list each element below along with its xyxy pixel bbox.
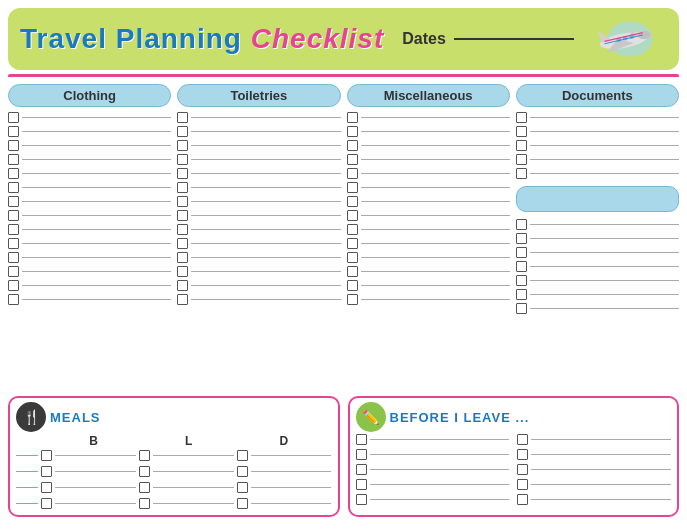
checkbox[interactable]	[347, 126, 358, 137]
clothing-list	[8, 112, 171, 394]
checkbox[interactable]	[237, 498, 248, 509]
checkbox[interactable]	[8, 126, 19, 137]
checkbox[interactable]	[139, 482, 150, 493]
list-item	[347, 126, 510, 137]
checkbox[interactable]	[516, 126, 527, 137]
checkbox[interactable]	[516, 219, 527, 230]
list-item	[177, 280, 340, 291]
list-item	[516, 112, 679, 123]
list-item	[347, 280, 510, 291]
meal-cell	[139, 482, 234, 493]
checkbox[interactable]	[8, 252, 19, 263]
checkbox[interactable]	[237, 482, 248, 493]
before-section: ✏️ BEFORE I LEAVE ...	[348, 396, 680, 517]
checkbox[interactable]	[347, 238, 358, 249]
list-item	[8, 224, 171, 235]
checkbox[interactable]	[41, 498, 52, 509]
checkbox[interactable]	[8, 224, 19, 235]
list-item	[347, 224, 510, 235]
checkbox[interactable]	[516, 140, 527, 151]
documents-extra-box	[516, 186, 679, 212]
checkbox[interactable]	[8, 182, 19, 193]
checkbox[interactable]	[517, 434, 528, 445]
checkbox[interactable]	[347, 294, 358, 305]
checkbox[interactable]	[8, 238, 19, 249]
checkbox[interactable]	[177, 182, 188, 193]
checkbox[interactable]	[356, 449, 367, 460]
checkbox[interactable]	[347, 140, 358, 151]
checkbox[interactable]	[177, 266, 188, 277]
checkbox[interactable]	[8, 154, 19, 165]
checkbox[interactable]	[517, 464, 528, 475]
checkbox[interactable]	[347, 154, 358, 165]
list-item	[177, 252, 340, 263]
meal-label-l: L	[141, 434, 236, 448]
checkbox[interactable]	[8, 210, 19, 221]
meal-row	[16, 498, 332, 509]
checkbox[interactable]	[347, 280, 358, 291]
airplane-icon	[574, 14, 654, 64]
checkbox[interactable]	[139, 466, 150, 477]
checkbox[interactable]	[8, 294, 19, 305]
checkbox[interactable]	[347, 112, 358, 123]
checkbox[interactable]	[177, 280, 188, 291]
title: Travel Planning Checklist	[20, 23, 384, 55]
list-item	[8, 252, 171, 263]
miscellaneous-list	[347, 112, 510, 394]
checkbox[interactable]	[177, 140, 188, 151]
checkbox[interactable]	[8, 266, 19, 277]
checkbox[interactable]	[516, 233, 527, 244]
checkbox[interactable]	[347, 224, 358, 235]
checkbox[interactable]	[139, 498, 150, 509]
checkbox[interactable]	[356, 464, 367, 475]
checkbox[interactable]	[41, 482, 52, 493]
checkbox[interactable]	[41, 450, 52, 461]
checkbox[interactable]	[237, 466, 248, 477]
checkbox[interactable]	[516, 303, 527, 314]
checkbox[interactable]	[517, 449, 528, 460]
checkbox[interactable]	[347, 196, 358, 207]
meal-cell	[41, 450, 136, 461]
checkbox[interactable]	[347, 168, 358, 179]
checkbox[interactable]	[177, 238, 188, 249]
checkbox[interactable]	[347, 182, 358, 193]
checkbox[interactable]	[177, 252, 188, 263]
list-item	[8, 238, 171, 249]
checkbox[interactable]	[516, 247, 527, 258]
checkbox[interactable]	[516, 261, 527, 272]
checkbox[interactable]	[347, 210, 358, 221]
checkbox[interactable]	[356, 494, 367, 505]
dates-line	[454, 38, 574, 40]
checkbox[interactable]	[516, 275, 527, 286]
checkbox[interactable]	[177, 126, 188, 137]
checkbox[interactable]	[347, 252, 358, 263]
before-item	[517, 494, 671, 505]
checkbox[interactable]	[516, 289, 527, 300]
checkbox[interactable]	[177, 224, 188, 235]
checkbox[interactable]	[516, 154, 527, 165]
checkbox[interactable]	[517, 479, 528, 490]
checkbox[interactable]	[8, 280, 19, 291]
checkbox[interactable]	[8, 112, 19, 123]
checkbox[interactable]	[139, 450, 150, 461]
checkbox[interactable]	[517, 494, 528, 505]
checkbox[interactable]	[177, 294, 188, 305]
checkbox[interactable]	[8, 196, 19, 207]
checkbox[interactable]	[356, 479, 367, 490]
checkbox[interactable]	[516, 168, 527, 179]
checkbox[interactable]	[177, 154, 188, 165]
checkbox[interactable]	[237, 450, 248, 461]
list-item	[516, 275, 679, 286]
list-item	[8, 266, 171, 277]
checkbox[interactable]	[356, 434, 367, 445]
checkbox[interactable]	[177, 112, 188, 123]
checkbox[interactable]	[347, 266, 358, 277]
list-item	[177, 196, 340, 207]
checkbox[interactable]	[177, 210, 188, 221]
checkbox[interactable]	[177, 196, 188, 207]
checkbox[interactable]	[177, 168, 188, 179]
checkbox[interactable]	[8, 168, 19, 179]
checkbox[interactable]	[8, 140, 19, 151]
checkbox[interactable]	[41, 466, 52, 477]
checkbox[interactable]	[516, 112, 527, 123]
